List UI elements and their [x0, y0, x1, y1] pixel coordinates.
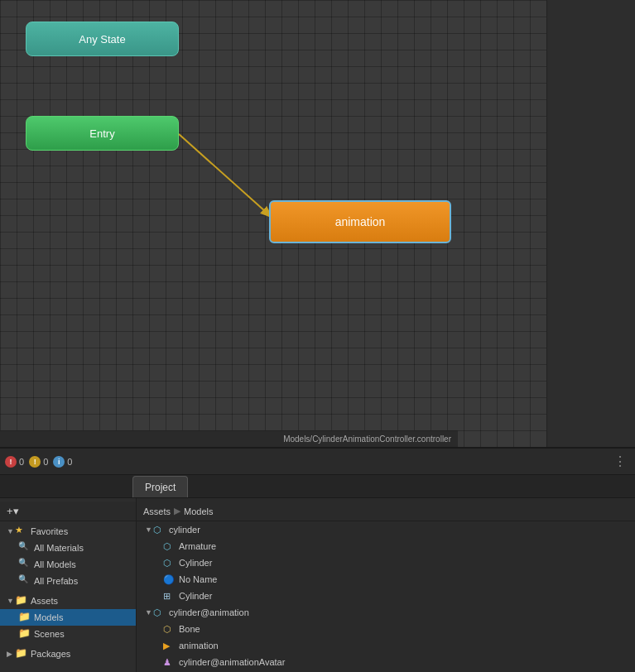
asset-item-noname[interactable]: 🔵 No Name — [137, 571, 635, 588]
asset-item-cylinder2[interactable]: ⬡ Cylinder — [137, 554, 635, 571]
status-bar: Models/CylinderAnimationController.contr… — [0, 430, 458, 447]
asset-item-cylinder3[interactable]: ⊞ Cylinder — [137, 588, 635, 604]
animator-area[interactable]: Any State Entry animation Models/Cylinde… — [0, 0, 546, 447]
models-folder-icon: 📁 — [18, 611, 31, 624]
all-prefabs-item[interactable]: 🔍 All Prefabs — [0, 573, 136, 589]
right-panel — [546, 0, 635, 447]
packages-label: Packages — [31, 649, 70, 659]
error-icon: ! — [5, 456, 17, 468]
all-models-label: All Models — [34, 559, 76, 569]
ast-label-noname: No Name — [179, 574, 217, 584]
assets-folder-icon: 📁 — [15, 594, 28, 607]
add-toolbar: +▾ — [0, 502, 136, 521]
assets-tree: ▼ ⬡ cylinder ⬡ Armature ⬡ Cylinder 🔵 No … — [137, 521, 635, 672]
status-path-text: Models/CylinderAnimationController.contr… — [283, 434, 451, 444]
packages-section: ▶ 📁 Packages — [0, 644, 136, 664]
asset-item-bone[interactable]: ⬡ Bone — [137, 621, 635, 637]
ast-icon-cyl_anim: ⬡ — [153, 607, 166, 618]
ast-icon-bone: ⬡ — [163, 624, 176, 635]
breadcrumb-assets: Assets — [143, 506, 171, 516]
scenes-folder-label: Scenes — [34, 629, 65, 639]
scenes-folder-item[interactable]: 📁 Scenes — [0, 626, 136, 642]
favorites-label: Favorites — [31, 526, 68, 536]
warning-count: 0 — [43, 457, 48, 467]
ast-label-cylinder: cylinder — [169, 525, 200, 535]
ast-label-cyl_avatar: cylinder@animationAvatar — [179, 657, 285, 667]
animation-node[interactable]: animation — [269, 200, 451, 243]
project-sidebar: +▾ ▼ ★ Favorites 🔍 All Materials — [0, 498, 137, 672]
ast-label-cyl_anim: cylinder@animation — [169, 607, 249, 617]
info-icon: i — [53, 456, 65, 468]
favorites-section: ▼ ★ Favorites 🔍 All Materials 🔍 All Mode… — [0, 521, 136, 591]
entry-label: Entry — [89, 127, 114, 140]
ast-icon-noname: 🔵 — [163, 574, 176, 585]
project-content: +▾ ▼ ★ Favorites 🔍 All Materials — [0, 498, 635, 672]
ast-icon-cyl_avatar: ♟ — [163, 657, 176, 668]
asset-item-cylinder[interactable]: ▼ ⬡ cylinder — [137, 521, 635, 538]
packages-folder-icon: 📁 — [15, 647, 28, 660]
ast-arrow-cyl_anim: ▼ — [145, 608, 153, 617]
models-folder-label: Models — [34, 612, 63, 622]
star-icon: ★ — [15, 525, 28, 538]
entry-node[interactable]: Entry — [26, 116, 179, 151]
asset-item-cyl_anim[interactable]: ▼ ⬡ cylinder@animation — [137, 604, 635, 621]
ast-icon-cylinder3: ⊞ — [163, 591, 176, 602]
packages-group[interactable]: ▶ 📁 Packages — [0, 646, 136, 662]
search-icon-2: 🔍 — [18, 558, 31, 571]
breadcrumb-sep: ▶ — [174, 506, 180, 516]
search-icon-3: 🔍 — [18, 574, 31, 588]
assets-section: ▼ 📁 Assets 📁 Models 📁 Scenes — [0, 591, 136, 644]
all-prefabs-label: All Prefabs — [34, 576, 78, 586]
all-models-item[interactable]: 🔍 All Models — [0, 556, 136, 573]
animation-label: animation — [335, 215, 386, 228]
all-materials-label: All Materials — [34, 543, 84, 553]
ast-label-cylinder3: Cylinder — [179, 591, 212, 601]
project-assets-view: Assets ▶ Models ▼ ⬡ cylinder ⬡ Armature … — [137, 498, 635, 672]
project-panel: Project +▾ ▼ ★ Favorites — [0, 475, 635, 672]
warning-badge: ! 0 — [29, 456, 48, 468]
assets-breadcrumb: Assets ▶ Models — [137, 502, 635, 521]
console-bar: ! 0 ! 0 i 0 ⋮ — [0, 449, 635, 475]
breadcrumb-models: Models — [184, 506, 213, 516]
error-count: 0 — [19, 457, 24, 467]
svg-line-1 — [179, 134, 273, 218]
error-badge: ! 0 — [5, 456, 24, 468]
bottom-bar: ! 0 ! 0 i 0 ⋮ Project +▾ — [0, 447, 635, 672]
ast-label-armature: Armature — [179, 541, 216, 551]
console-menu-button[interactable]: ⋮ — [610, 454, 630, 469]
asset-item-animation[interactable]: ▶ animation — [137, 637, 635, 654]
models-folder-item[interactable]: 📁 Models — [0, 609, 136, 626]
ast-icon-cylinder2: ⬡ — [163, 558, 176, 569]
assets-label: Assets — [31, 596, 58, 606]
info-badge: i 0 — [53, 456, 72, 468]
ast-icon-animation: ▶ — [163, 641, 176, 651]
add-button[interactable]: +▾ — [3, 503, 22, 519]
tab-project-label: Project — [145, 482, 176, 493]
ast-arrow-cylinder: ▼ — [145, 526, 153, 534]
tab-project[interactable]: Project — [132, 476, 188, 497]
ast-icon-cylinder: ⬡ — [153, 525, 166, 535]
ast-icon-armature: ⬡ — [163, 541, 176, 552]
asset-item-armature[interactable]: ⬡ Armature — [137, 538, 635, 554]
warning-icon: ! — [29, 456, 41, 468]
search-icon-1: 🔍 — [18, 541, 31, 554]
info-count: 0 — [67, 457, 72, 467]
any-state-node[interactable]: Any State — [26, 22, 179, 56]
scenes-folder-icon: 📁 — [18, 627, 31, 641]
any-state-label: Any State — [79, 33, 125, 46]
favorites-group[interactable]: ▼ ★ Favorites — [0, 523, 136, 540]
ast-label-cylinder2: Cylinder — [179, 558, 212, 568]
project-tabs: Project — [0, 475, 635, 498]
assets-group[interactable]: ▼ 📁 Assets — [0, 593, 136, 609]
ast-label-bone: Bone — [179, 624, 200, 634]
ast-label-animation: animation — [179, 641, 219, 650]
all-materials-item[interactable]: 🔍 All Materials — [0, 540, 136, 556]
asset-item-cyl_avatar[interactable]: ♟ cylinder@animationAvatar — [137, 654, 635, 670]
